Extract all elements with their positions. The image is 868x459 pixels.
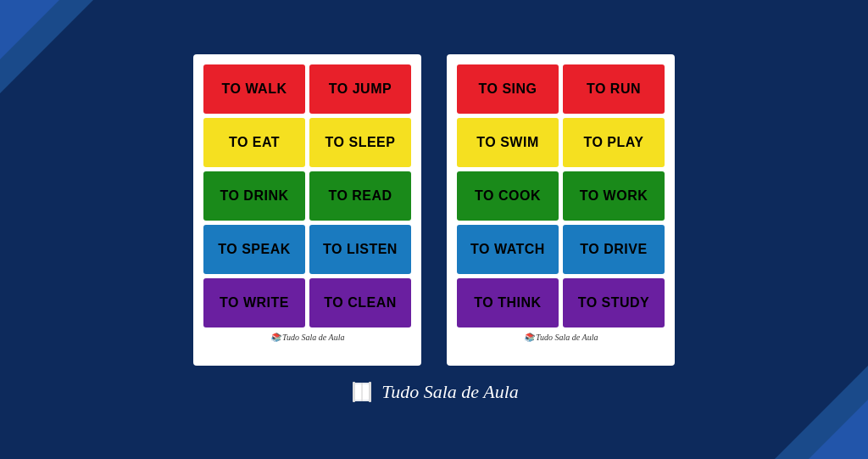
verb-card-sing: TO SING	[457, 64, 559, 114]
card-grid-2: TO SING TO RUN TO SWIM TO PLAY TO COOK T…	[457, 64, 665, 327]
sheet2-logo: 📚 Tudo Sala de Aula	[457, 333, 665, 342]
book-icon	[349, 379, 375, 405]
main-content: TO WALK TO JUMP TO EAT TO SLEEP TO DRINK…	[193, 54, 675, 405]
verb-card-work: TO WORK	[563, 171, 665, 221]
bottom-logo: Tudo Sala de Aula	[349, 379, 519, 405]
verb-card-cook: TO COOK	[457, 171, 559, 221]
verb-card-think: TO THINK	[457, 278, 559, 327]
verb-card-write: TO WRITE	[203, 278, 305, 327]
verb-card-watch: TO WATCH	[457, 225, 559, 274]
verb-card-study: TO STUDY	[563, 278, 665, 327]
verb-card-drink: TO DRINK	[203, 171, 305, 221]
sheet1-logo: 📚 Tudo Sala de Aula	[203, 333, 411, 342]
verb-card-listen: TO LISTEN	[309, 225, 411, 274]
svg-rect-4	[369, 382, 371, 402]
verb-card-run: TO RUN	[563, 64, 665, 114]
verb-card-drive: TO DRIVE	[563, 225, 665, 274]
bottom-logo-text: Tudo Sala de Aula	[381, 381, 519, 403]
verb-card-play: TO PLAY	[563, 118, 665, 167]
verb-card-walk: TO WALK	[203, 64, 305, 114]
card-sheet-2: TO SING TO RUN TO SWIM TO PLAY TO COOK T…	[447, 54, 675, 366]
verb-card-clean: TO CLEAN	[309, 278, 411, 327]
verb-card-read: TO READ	[309, 171, 411, 221]
svg-rect-3	[353, 382, 355, 402]
verb-card-speak: TO SPEAK	[203, 225, 305, 274]
card-sheet-1: TO WALK TO JUMP TO EAT TO SLEEP TO DRINK…	[193, 54, 421, 366]
cards-row: TO WALK TO JUMP TO EAT TO SLEEP TO DRINK…	[193, 54, 675, 366]
verb-card-jump: TO JUMP	[309, 64, 411, 114]
verb-card-eat: TO EAT	[203, 118, 305, 167]
card-grid-1: TO WALK TO JUMP TO EAT TO SLEEP TO DRINK…	[203, 64, 411, 327]
verb-card-sleep: TO SLEEP	[309, 118, 411, 167]
verb-card-swim: TO SWIM	[457, 118, 559, 167]
